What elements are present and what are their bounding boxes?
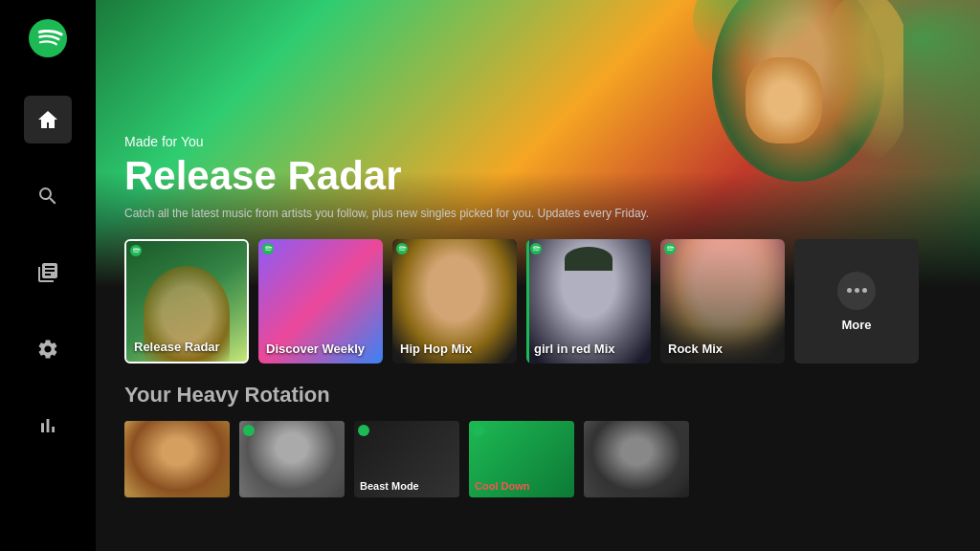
sidebar-item-heavy-rotation[interactable]: [24, 402, 72, 450]
card-more[interactable]: More: [794, 239, 919, 364]
girl-in-red-label: girl in red Mix: [534, 342, 615, 356]
svg-point-0: [29, 19, 67, 57]
sidebar-item-home[interactable]: [24, 96, 72, 143]
card-hiphop-mix[interactable]: Hip Hop Mix: [392, 239, 517, 364]
made-for-you-label: Made for You: [124, 134, 951, 149]
discover-weekly-label: Discover Weekly: [266, 342, 365, 356]
heavy-rotation-title: Your Heavy Rotation: [124, 383, 951, 408]
cool-down-label: Cool Down: [475, 480, 529, 492]
more-dots-icon: [837, 272, 876, 310]
sidebar: [0, 0, 96, 551]
svg-point-6: [243, 425, 255, 436]
cards-row: Release Radar Discover Weekly: [124, 239, 951, 364]
hero-content: Made for You Release Radar Catch all the…: [96, 0, 980, 364]
more-label: More: [841, 318, 871, 332]
playlist-title: Release Radar: [124, 153, 951, 199]
heavy-rotation-cards: Beast Mode Cool Down: [124, 421, 951, 497]
rock-mix-label: Rock Mix: [668, 342, 723, 356]
playlist-description: Catch all the latest music from artists …: [124, 207, 951, 220]
svg-point-1: [130, 245, 142, 256]
svg-point-2: [262, 243, 274, 254]
svg-point-8: [473, 425, 484, 436]
heavy-rotation-card-beast-mode[interactable]: Beast Mode: [354, 421, 459, 497]
svg-point-7: [358, 425, 369, 436]
svg-point-3: [396, 243, 408, 254]
release-radar-label: Release Radar: [134, 340, 220, 354]
heavy-rotation-card-cool-down[interactable]: Cool Down: [469, 421, 574, 497]
heavy-rotation-card-1[interactable]: [124, 421, 230, 497]
card-girl-red-mix[interactable]: girl in red Mix: [526, 239, 651, 364]
card-discover-weekly[interactable]: Discover Weekly: [258, 239, 383, 364]
sidebar-item-search[interactable]: [24, 172, 72, 220]
spotify-logo[interactable]: [29, 19, 67, 57]
beast-mode-label: Beast Mode: [360, 480, 419, 492]
heavy-rotation-section: Your Heavy Rotation Beast Mode: [96, 364, 980, 497]
dot-1: [847, 288, 852, 293]
main-content: Made for You Release Radar Catch all the…: [96, 0, 980, 551]
hiphop-mix-label: Hip Hop Mix: [400, 342, 472, 356]
sidebar-item-library[interactable]: [24, 249, 72, 297]
dot-2: [855, 288, 859, 293]
card-release-radar[interactable]: Release Radar: [124, 239, 249, 364]
svg-point-5: [664, 243, 676, 254]
svg-point-4: [530, 243, 542, 254]
dot-3: [862, 288, 867, 293]
sidebar-item-settings[interactable]: [24, 325, 72, 373]
card-rock-mix[interactable]: Rock Mix: [660, 239, 785, 364]
heavy-rotation-card-2[interactable]: [239, 421, 345, 497]
heavy-rotation-card-5[interactable]: [584, 421, 689, 497]
